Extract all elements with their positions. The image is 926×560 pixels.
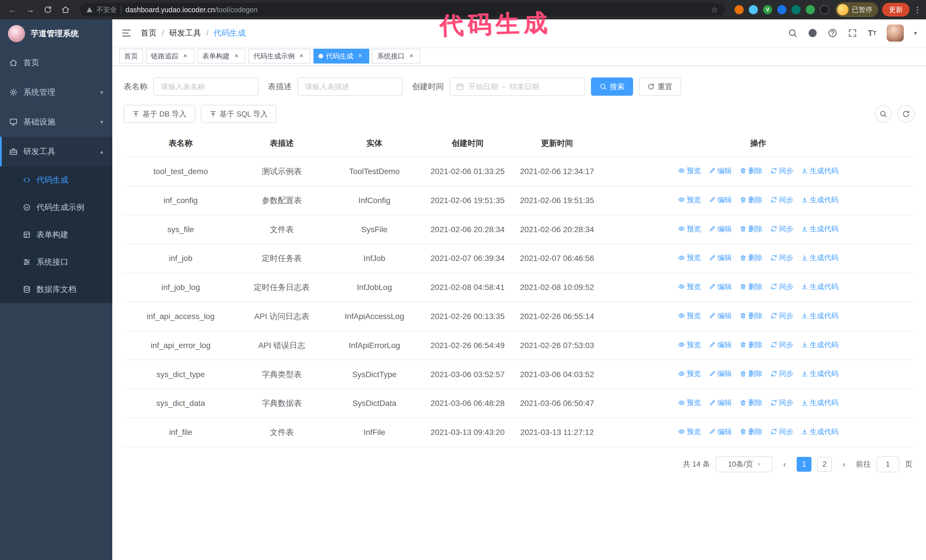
row-action-edit[interactable]: 编辑 — [709, 223, 732, 234]
browser-update-button[interactable]: 更新 — [882, 3, 909, 17]
fullscreen-icon[interactable] — [848, 28, 857, 38]
row-action-preview[interactable]: 预览 — [678, 223, 701, 234]
row-action-delete[interactable]: 删除 — [740, 426, 763, 437]
search-icon[interactable] — [788, 28, 797, 38]
row-action-delete[interactable]: 删除 — [740, 223, 763, 234]
extension-icon-2[interactable] — [749, 5, 758, 14]
row-action-edit[interactable]: 编辑 — [709, 281, 732, 292]
bookmark-star-icon[interactable]: ☆ — [711, 5, 718, 15]
close-icon[interactable]: × — [407, 52, 415, 60]
row-action-generate[interactable]: 生成代码 — [801, 194, 838, 205]
extension-icon-3[interactable]: V — [763, 5, 772, 14]
row-action-edit[interactable]: 编辑 — [709, 397, 732, 408]
row-action-preview[interactable]: 预览 — [678, 368, 701, 379]
row-action-sync[interactable]: 同步 — [770, 397, 793, 408]
sidebar-item-infra[interactable]: 基础设施 ▾ — [0, 107, 112, 137]
sidebar-item-codegen[interactable]: 代码生成 — [0, 166, 112, 194]
next-page-icon[interactable]: › — [838, 456, 850, 472]
close-icon[interactable]: × — [356, 52, 364, 60]
page-number-1[interactable]: 1 — [797, 457, 811, 472]
row-action-generate[interactable]: 生成代码 — [801, 339, 838, 350]
browser-menu-icon[interactable]: ⋮ — [914, 5, 920, 15]
goto-page-input[interactable] — [876, 456, 899, 472]
row-action-preview[interactable]: 预览 — [678, 252, 701, 263]
import-db-button[interactable]: 基于 DB 导入 — [124, 105, 195, 123]
row-action-preview[interactable]: 预览 — [678, 165, 701, 176]
row-action-edit[interactable]: 编辑 — [709, 252, 732, 263]
toggle-search-button[interactable] — [875, 106, 892, 122]
tab-codegen-example[interactable]: 代码生成示例 × — [248, 49, 310, 63]
sidebar-item-db-doc[interactable]: 数据库文档 — [0, 276, 112, 303]
row-action-edit[interactable]: 编辑 — [709, 339, 732, 350]
extension-icon-4[interactable] — [777, 5, 787, 14]
row-action-preview[interactable]: 预览 — [678, 281, 701, 292]
row-action-sync[interactable]: 同步 — [770, 339, 793, 350]
row-action-generate[interactable]: 生成代码 — [801, 223, 838, 234]
row-action-generate[interactable]: 生成代码 — [801, 165, 838, 176]
tab-system-api[interactable]: 系统接口 × — [372, 49, 421, 63]
browser-profile-badge[interactable]: 已暂停 — [835, 2, 878, 17]
row-action-generate[interactable]: 生成代码 — [801, 397, 838, 408]
sidebar-item-devtools[interactable]: 研发工具 ▴ — [0, 137, 112, 166]
row-action-preview[interactable]: 预览 — [678, 339, 701, 350]
prev-page-icon[interactable]: ‹ — [778, 456, 791, 472]
sidebar-item-system[interactable]: 系统管理 ▾ — [0, 77, 112, 107]
row-action-edit[interactable]: 编辑 — [709, 426, 732, 437]
row-action-preview[interactable]: 预览 — [678, 194, 701, 205]
row-action-generate[interactable]: 生成代码 — [801, 368, 838, 379]
sidebar-item-system-api[interactable]: 系统接口 — [0, 248, 112, 276]
row-action-sync[interactable]: 同步 — [770, 368, 793, 379]
row-action-delete[interactable]: 删除 — [740, 194, 763, 205]
sidebar-item-codegen-example[interactable]: 代码生成示例 — [0, 194, 112, 221]
import-sql-button[interactable]: 基于 SQL 导入 — [201, 105, 277, 123]
row-action-delete[interactable]: 删除 — [740, 368, 763, 379]
extension-icon-7[interactable] — [820, 5, 829, 14]
sidebar-item-form-builder[interactable]: 表单构建 — [0, 221, 112, 248]
close-icon[interactable]: × — [298, 52, 306, 60]
row-action-generate[interactable]: 生成代码 — [801, 426, 838, 437]
tab-codegen[interactable]: 代码生成 × — [313, 49, 369, 63]
row-action-sync[interactable]: 同步 — [770, 310, 793, 321]
row-action-sync[interactable]: 同步 — [770, 281, 793, 292]
row-action-preview[interactable]: 预览 — [678, 397, 701, 408]
extension-icon-5[interactable] — [791, 5, 800, 14]
address-bar[interactable]: 不安全 dashboard.yudao.iocoder.cn /tool/cod… — [80, 3, 725, 17]
sidebar-item-home[interactable]: 首页 — [0, 48, 112, 77]
page-size-select[interactable]: 10条/页 ▾ — [716, 456, 773, 472]
date-range-picker[interactable]: 开始日期 - 结束日期 — [449, 77, 585, 96]
sidebar-logo[interactable]: 芋道管理系统 — [0, 20, 112, 48]
row-action-delete[interactable]: 删除 — [740, 397, 763, 408]
reload-icon[interactable] — [41, 3, 55, 17]
row-action-edit[interactable]: 编辑 — [709, 194, 732, 205]
help-icon[interactable] — [828, 28, 837, 38]
row-action-delete[interactable]: 删除 — [740, 252, 763, 263]
github-icon[interactable] — [808, 28, 817, 38]
row-action-edit[interactable]: 编辑 — [709, 165, 732, 176]
row-action-preview[interactable]: 预览 — [678, 426, 701, 437]
row-action-sync[interactable]: 同步 — [770, 426, 793, 437]
tab-form-builder[interactable]: 表单构建 × — [197, 49, 246, 63]
tab-home[interactable]: 首页 — [119, 49, 143, 63]
row-action-sync[interactable]: 同步 — [770, 194, 793, 205]
breadcrumb-item[interactable]: 首页 — [141, 28, 157, 38]
forward-icon[interactable]: → — [23, 3, 37, 17]
row-action-sync[interactable]: 同步 — [770, 223, 793, 234]
close-icon[interactable]: × — [233, 52, 241, 60]
refresh-table-button[interactable] — [897, 106, 915, 122]
row-action-delete[interactable]: 删除 — [740, 310, 763, 321]
row-action-delete[interactable]: 删除 — [740, 339, 763, 350]
table-name-input[interactable] — [153, 77, 259, 96]
row-action-sync[interactable]: 同步 — [770, 252, 793, 263]
page-number-2[interactable]: 2 — [817, 457, 832, 472]
browser-home-icon[interactable] — [59, 3, 73, 17]
reset-button[interactable]: 重置 — [639, 77, 681, 96]
row-action-edit[interactable]: 编辑 — [709, 310, 732, 321]
extension-icon-1[interactable] — [735, 5, 744, 14]
row-action-edit[interactable]: 编辑 — [709, 368, 732, 379]
tab-tracing[interactable]: 链路追踪 × — [146, 49, 194, 63]
row-action-delete[interactable]: 删除 — [740, 165, 763, 176]
breadcrumb-item[interactable]: 研发工具 — [169, 28, 201, 38]
row-action-generate[interactable]: 生成代码 — [801, 252, 838, 263]
close-icon[interactable]: × — [181, 52, 189, 60]
row-action-preview[interactable]: 预览 — [678, 310, 701, 321]
